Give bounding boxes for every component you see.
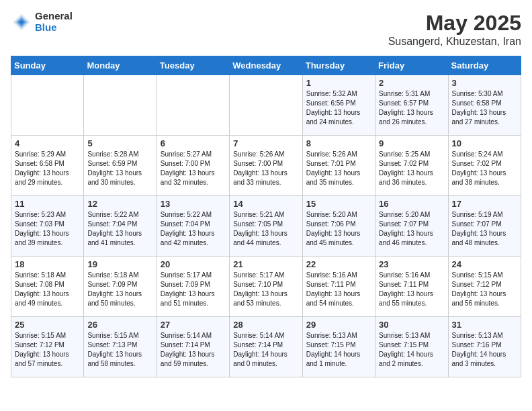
header-friday: Friday	[375, 56, 448, 75]
header: General Blue May 2025 Susangerd, Khuzest…	[11, 11, 521, 48]
cell-0-1	[84, 75, 157, 136]
day-number-9: 9	[379, 138, 444, 148]
day-number-8: 8	[306, 138, 371, 148]
week-row-4: 18Sunrise: 5:18 AM Sunset: 7:08 PM Dayli…	[11, 257, 521, 317]
header-saturday: Saturday	[448, 56, 521, 75]
cell-0-0	[11, 75, 84, 136]
logo-icon	[11, 11, 32, 33]
calendar-table: Sunday Monday Tuesday Wednesday Thursday…	[11, 56, 521, 377]
day-number-17: 17	[452, 199, 517, 209]
cell-4-4: 29Sunrise: 5:13 AM Sunset: 7:15 PM Dayli…	[302, 317, 375, 377]
day-number-16: 16	[379, 199, 444, 209]
day-number-11: 11	[15, 199, 80, 209]
week-row-3: 11Sunrise: 5:23 AM Sunset: 7:03 PM Dayli…	[11, 196, 521, 257]
day-number-21: 21	[233, 259, 298, 269]
week-row-2: 4Sunrise: 5:29 AM Sunset: 6:58 PM Daylig…	[11, 136, 521, 196]
day-info-20: Sunrise: 5:17 AM Sunset: 7:09 PM Dayligh…	[161, 271, 226, 308]
day-info-26: Sunrise: 5:15 AM Sunset: 7:13 PM Dayligh…	[87, 331, 152, 369]
cell-2-0: 11Sunrise: 5:23 AM Sunset: 7:03 PM Dayli…	[11, 196, 84, 257]
day-number-30: 30	[379, 320, 444, 330]
day-info-5: Sunrise: 5:28 AM Sunset: 6:59 PM Dayligh…	[87, 150, 152, 187]
day-info-8: Sunrise: 5:26 AM Sunset: 7:01 PM Dayligh…	[306, 150, 371, 187]
month-title: May 2025	[388, 11, 521, 36]
day-number-10: 10	[452, 138, 517, 148]
header-thursday: Thursday	[302, 56, 375, 75]
day-info-14: Sunrise: 5:21 AM Sunset: 7:05 PM Dayligh…	[233, 210, 298, 248]
day-info-12: Sunrise: 5:22 AM Sunset: 7:04 PM Dayligh…	[87, 210, 152, 248]
header-wednesday: Wednesday	[230, 56, 302, 75]
day-info-25: Sunrise: 5:15 AM Sunset: 7:12 PM Dayligh…	[15, 331, 80, 369]
day-number-24: 24	[452, 259, 517, 269]
cell-3-6: 24Sunrise: 5:15 AM Sunset: 7:12 PM Dayli…	[448, 257, 521, 317]
day-info-10: Sunrise: 5:24 AM Sunset: 7:02 PM Dayligh…	[452, 150, 517, 187]
cell-3-2: 20Sunrise: 5:17 AM Sunset: 7:09 PM Dayli…	[157, 257, 229, 317]
day-info-6: Sunrise: 5:27 AM Sunset: 7:00 PM Dayligh…	[161, 150, 226, 187]
day-number-12: 12	[87, 199, 152, 209]
day-info-2: Sunrise: 5:31 AM Sunset: 6:57 PM Dayligh…	[379, 89, 444, 127]
week-row-5: 25Sunrise: 5:15 AM Sunset: 7:12 PM Dayli…	[11, 317, 521, 377]
subtitle: Susangerd, Khuzestan, Iran	[388, 36, 521, 48]
cell-2-3: 14Sunrise: 5:21 AM Sunset: 7:05 PM Dayli…	[230, 196, 302, 257]
day-info-31: Sunrise: 5:13 AM Sunset: 7:16 PM Dayligh…	[452, 331, 517, 369]
header-row: Sunday Monday Tuesday Wednesday Thursday…	[11, 56, 521, 75]
cell-1-3: 7Sunrise: 5:26 AM Sunset: 7:00 PM Daylig…	[230, 136, 302, 196]
day-number-6: 6	[161, 138, 226, 148]
day-info-15: Sunrise: 5:20 AM Sunset: 7:06 PM Dayligh…	[306, 210, 371, 248]
day-number-22: 22	[306, 259, 371, 269]
day-number-14: 14	[233, 199, 298, 209]
day-number-19: 19	[87, 259, 152, 269]
day-info-21: Sunrise: 5:17 AM Sunset: 7:10 PM Dayligh…	[233, 271, 298, 308]
day-info-3: Sunrise: 5:30 AM Sunset: 6:58 PM Dayligh…	[452, 89, 517, 127]
day-info-9: Sunrise: 5:25 AM Sunset: 7:02 PM Dayligh…	[379, 150, 444, 187]
day-info-24: Sunrise: 5:15 AM Sunset: 7:12 PM Dayligh…	[452, 271, 517, 308]
cell-0-3	[230, 75, 302, 136]
day-info-1: Sunrise: 5:32 AM Sunset: 6:56 PM Dayligh…	[306, 89, 371, 127]
cell-4-6: 31Sunrise: 5:13 AM Sunset: 7:16 PM Dayli…	[448, 317, 521, 377]
cell-3-5: 23Sunrise: 5:16 AM Sunset: 7:11 PM Dayli…	[375, 257, 448, 317]
cell-0-2	[157, 75, 229, 136]
cell-3-0: 18Sunrise: 5:18 AM Sunset: 7:08 PM Dayli…	[11, 257, 84, 317]
cell-2-1: 12Sunrise: 5:22 AM Sunset: 7:04 PM Dayli…	[84, 196, 157, 257]
cell-0-5: 2Sunrise: 5:31 AM Sunset: 6:57 PM Daylig…	[375, 75, 448, 136]
title-area: May 2025 Susangerd, Khuzestan, Iran	[388, 11, 521, 48]
cell-1-2: 6Sunrise: 5:27 AM Sunset: 7:00 PM Daylig…	[157, 136, 229, 196]
logo: General Blue	[11, 11, 73, 33]
day-info-11: Sunrise: 5:23 AM Sunset: 7:03 PM Dayligh…	[15, 210, 80, 248]
day-info-18: Sunrise: 5:18 AM Sunset: 7:08 PM Dayligh…	[15, 271, 80, 308]
cell-2-2: 13Sunrise: 5:22 AM Sunset: 7:04 PM Dayli…	[157, 196, 229, 257]
day-number-31: 31	[452, 320, 517, 330]
day-number-2: 2	[379, 78, 444, 88]
cell-1-6: 10Sunrise: 5:24 AM Sunset: 7:02 PM Dayli…	[448, 136, 521, 196]
cell-0-6: 3Sunrise: 5:30 AM Sunset: 6:58 PM Daylig…	[448, 75, 521, 136]
cell-2-5: 16Sunrise: 5:20 AM Sunset: 7:07 PM Dayli…	[375, 196, 448, 257]
day-number-18: 18	[15, 259, 80, 269]
calendar-body: 1Sunrise: 5:32 AM Sunset: 6:56 PM Daylig…	[11, 75, 521, 377]
cell-4-1: 26Sunrise: 5:15 AM Sunset: 7:13 PM Dayli…	[84, 317, 157, 377]
day-number-1: 1	[306, 78, 371, 88]
day-info-7: Sunrise: 5:26 AM Sunset: 7:00 PM Dayligh…	[233, 150, 298, 187]
cell-1-0: 4Sunrise: 5:29 AM Sunset: 6:58 PM Daylig…	[11, 136, 84, 196]
day-number-5: 5	[87, 138, 152, 148]
logo-blue: Blue	[35, 22, 73, 34]
cell-4-0: 25Sunrise: 5:15 AM Sunset: 7:12 PM Dayli…	[11, 317, 84, 377]
day-number-26: 26	[87, 320, 152, 330]
day-info-29: Sunrise: 5:13 AM Sunset: 7:15 PM Dayligh…	[306, 331, 371, 369]
day-info-16: Sunrise: 5:20 AM Sunset: 7:07 PM Dayligh…	[379, 210, 444, 248]
day-number-13: 13	[161, 199, 226, 209]
day-info-22: Sunrise: 5:16 AM Sunset: 7:11 PM Dayligh…	[306, 271, 371, 308]
day-number-23: 23	[379, 259, 444, 269]
cell-2-4: 15Sunrise: 5:20 AM Sunset: 7:06 PM Dayli…	[302, 196, 375, 257]
cell-3-1: 19Sunrise: 5:18 AM Sunset: 7:09 PM Dayli…	[84, 257, 157, 317]
cell-3-4: 22Sunrise: 5:16 AM Sunset: 7:11 PM Dayli…	[302, 257, 375, 317]
cell-3-3: 21Sunrise: 5:17 AM Sunset: 7:10 PM Dayli…	[230, 257, 302, 317]
day-info-19: Sunrise: 5:18 AM Sunset: 7:09 PM Dayligh…	[87, 271, 152, 308]
day-info-28: Sunrise: 5:14 AM Sunset: 7:14 PM Dayligh…	[233, 331, 298, 369]
cell-4-3: 28Sunrise: 5:14 AM Sunset: 7:14 PM Dayli…	[230, 317, 302, 377]
cell-1-4: 8Sunrise: 5:26 AM Sunset: 7:01 PM Daylig…	[302, 136, 375, 196]
cell-1-5: 9Sunrise: 5:25 AM Sunset: 7:02 PM Daylig…	[375, 136, 448, 196]
day-info-23: Sunrise: 5:16 AM Sunset: 7:11 PM Dayligh…	[379, 271, 444, 308]
day-number-28: 28	[233, 320, 298, 330]
cell-0-4: 1Sunrise: 5:32 AM Sunset: 6:56 PM Daylig…	[302, 75, 375, 136]
day-number-25: 25	[15, 320, 80, 330]
day-info-17: Sunrise: 5:19 AM Sunset: 7:07 PM Dayligh…	[452, 210, 517, 248]
